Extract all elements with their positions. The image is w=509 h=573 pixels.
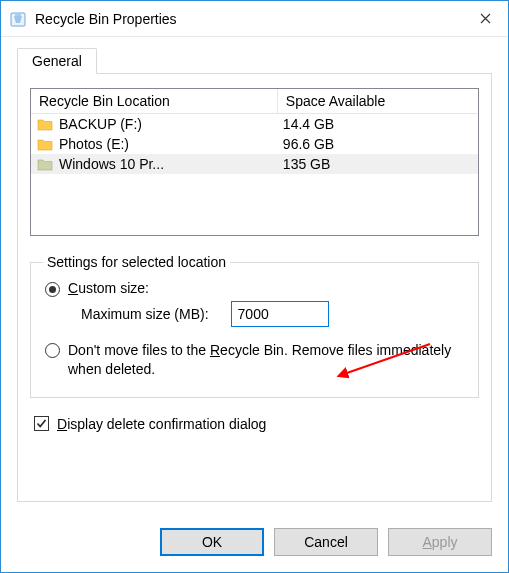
list-row[interactable]: Photos (E:) 96.6 GB bbox=[31, 134, 478, 154]
row-name: Windows 10 Pr... bbox=[59, 156, 164, 172]
tab-body: Recycle Bin Location Space Available BAC… bbox=[17, 73, 492, 502]
header-location[interactable]: Recycle Bin Location bbox=[31, 89, 277, 113]
settings-legend: Settings for selected location bbox=[43, 254, 230, 270]
dont-move-label: Don't move files to the Recycle Bin. Rem… bbox=[68, 341, 464, 379]
radio-icon bbox=[45, 343, 60, 358]
button-bar: OK Cancel Apply bbox=[1, 516, 508, 572]
content-area: General Recycle Bin Location Space Avail… bbox=[1, 37, 508, 516]
close-button[interactable] bbox=[462, 1, 508, 37]
max-size-label: Maximum size (MB): bbox=[81, 306, 209, 322]
folder-icon bbox=[37, 157, 53, 171]
radio-custom-size[interactable]: Custom size: bbox=[43, 278, 466, 299]
checkbox-icon bbox=[34, 416, 49, 431]
tabstrip: General bbox=[17, 47, 492, 73]
recycle-bin-properties-window: Recycle Bin Properties General Recycle B… bbox=[0, 0, 509, 573]
tab-general[interactable]: General bbox=[17, 48, 97, 74]
settings-group: Settings for selected location Custom si… bbox=[30, 254, 479, 398]
recycle-bin-icon bbox=[9, 10, 27, 28]
list-header: Recycle Bin Location Space Available bbox=[31, 89, 478, 114]
ok-button[interactable]: OK bbox=[160, 528, 264, 556]
location-list[interactable]: Recycle Bin Location Space Available BAC… bbox=[30, 88, 479, 236]
confirm-label: Display delete confirmation dialog bbox=[57, 416, 266, 432]
radio-dont-move[interactable]: Don't move files to the Recycle Bin. Rem… bbox=[43, 339, 466, 381]
window-title: Recycle Bin Properties bbox=[35, 11, 462, 27]
row-name: Photos (E:) bbox=[59, 136, 129, 152]
confirm-checkbox-row[interactable]: Display delete confirmation dialog bbox=[30, 416, 479, 432]
row-space: 96.6 GB bbox=[283, 136, 334, 152]
max-size-input[interactable] bbox=[231, 301, 329, 327]
titlebar: Recycle Bin Properties bbox=[1, 1, 508, 37]
row-name: BACKUP (F:) bbox=[59, 116, 142, 132]
max-size-row: Maximum size (MB): bbox=[43, 299, 466, 335]
apply-button[interactable]: Apply bbox=[388, 528, 492, 556]
row-space: 135 GB bbox=[283, 156, 330, 172]
header-space[interactable]: Space Available bbox=[277, 89, 478, 113]
folder-icon bbox=[37, 117, 53, 131]
cancel-button[interactable]: Cancel bbox=[274, 528, 378, 556]
row-space: 14.4 GB bbox=[283, 116, 334, 132]
radio-icon bbox=[45, 282, 60, 297]
folder-icon bbox=[37, 137, 53, 151]
list-row[interactable]: Windows 10 Pr... 135 GB bbox=[31, 154, 478, 174]
custom-size-label: Custom size: bbox=[68, 280, 149, 296]
list-row[interactable]: BACKUP (F:) 14.4 GB bbox=[31, 114, 478, 134]
